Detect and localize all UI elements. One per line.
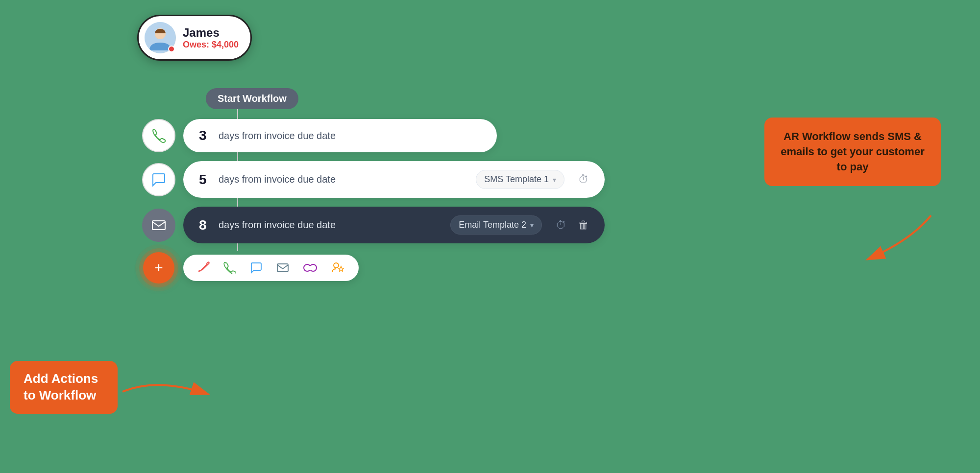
add-actions-arrow bbox=[118, 372, 216, 411]
chevron-down-icon-3: ▾ bbox=[530, 221, 534, 229]
star-user-action-button[interactable] bbox=[331, 261, 345, 274]
ar-callout: AR Workflow sends SMS & emails to get yo… bbox=[764, 118, 941, 186]
trash-icon-3[interactable]: 🗑 bbox=[578, 219, 589, 232]
svg-rect-4 bbox=[277, 264, 288, 272]
workflow-pill-1: 3 days from invoice due date bbox=[183, 119, 497, 152]
svg-point-8 bbox=[334, 263, 339, 268]
plus-row: + bbox=[142, 251, 359, 284]
action-icon-chat-circle bbox=[142, 163, 175, 196]
callout-arrow bbox=[853, 211, 951, 269]
add-actions-label: Add Actions to Workflow bbox=[24, 371, 98, 402]
workflow-pill-3: 8 days from invoice due date Email Templ… bbox=[183, 207, 605, 243]
days-number-1: 3 bbox=[199, 128, 211, 143]
add-actions-box: Add Actions to Workflow bbox=[10, 361, 118, 414]
template-label-3: Email Template 2 bbox=[459, 220, 526, 230]
svg-rect-7 bbox=[307, 266, 313, 270]
workflow-row-1: 3 days from invoice due date bbox=[142, 119, 497, 152]
workflow-row-3: 8 days from invoice due date Email Templ… bbox=[142, 207, 605, 243]
action-icon-phone-circle bbox=[142, 119, 175, 152]
phone-action-button[interactable] bbox=[223, 261, 236, 274]
contact-owes: Owes: $4,000 bbox=[183, 40, 239, 50]
clock-icon-2[interactable]: ⏱ bbox=[578, 173, 589, 186]
workflow-row-2: 5 days from invoice due date SMS Templat… bbox=[142, 161, 605, 198]
days-text-1: days from invoice due date bbox=[219, 130, 336, 142]
avatar bbox=[145, 22, 176, 53]
chevron-down-icon-2: ▾ bbox=[553, 176, 556, 184]
days-text-2: days from invoice due date bbox=[219, 174, 336, 185]
connector-line-3 bbox=[237, 198, 238, 207]
add-action-button[interactable]: + bbox=[143, 252, 174, 284]
svg-rect-3 bbox=[152, 221, 165, 230]
chain-action-button[interactable] bbox=[303, 263, 318, 272]
workflow-container: Start Workflow 3 days from invoice due d… bbox=[142, 88, 605, 284]
ar-callout-text: AR Workflow sends SMS & emails to get yo… bbox=[781, 130, 924, 173]
mail-action-button[interactable] bbox=[276, 261, 289, 274]
days-number-3: 8 bbox=[199, 217, 211, 233]
connector-line-2 bbox=[237, 152, 238, 161]
clock-icon-3[interactable]: ⏱ bbox=[556, 219, 566, 232]
contact-info: James Owes: $4,000 bbox=[183, 26, 239, 50]
template-label-2: SMS Template 1 bbox=[484, 174, 549, 185]
days-text-3: days from invoice due date bbox=[219, 219, 336, 231]
status-dot bbox=[168, 46, 175, 52]
connector-line-4 bbox=[237, 243, 238, 251]
workflow-pill-2: 5 days from invoice due date SMS Templat… bbox=[183, 161, 605, 198]
days-number-2: 5 bbox=[199, 172, 211, 188]
connector-line-1 bbox=[237, 109, 238, 119]
contact-card: James Owes: $4,000 bbox=[137, 15, 252, 61]
template-selector-3[interactable]: Email Template 2 ▾ bbox=[450, 215, 542, 235]
chat-action-button[interactable] bbox=[250, 261, 263, 274]
start-workflow-badge[interactable]: Start Workflow bbox=[206, 88, 298, 109]
plus-button-wrap: + bbox=[142, 251, 175, 284]
contact-name: James bbox=[183, 26, 239, 40]
template-selector-2[interactable]: SMS Template 1 ▾ bbox=[476, 170, 564, 189]
action-buttons-pill bbox=[183, 255, 359, 281]
action-icon-email-circle bbox=[142, 209, 175, 242]
edit-action-button[interactable] bbox=[197, 261, 210, 274]
